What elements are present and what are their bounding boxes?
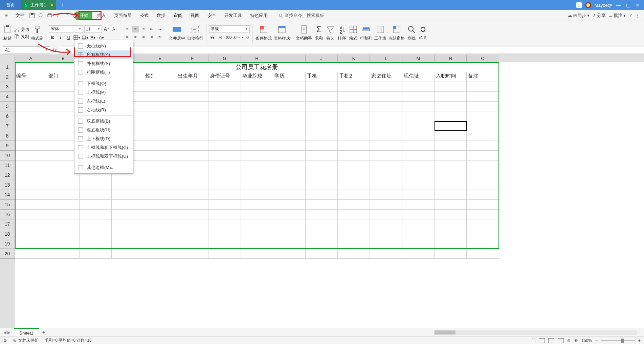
cell[interactable] bbox=[112, 180, 144, 190]
cell[interactable] bbox=[208, 239, 241, 249]
undo-icon[interactable] bbox=[55, 12, 62, 19]
cell[interactable] bbox=[241, 170, 273, 180]
cell[interactable] bbox=[241, 190, 273, 200]
new-tab-button[interactable]: + bbox=[56, 2, 69, 9]
cell[interactable] bbox=[241, 141, 273, 151]
cell[interactable] bbox=[402, 210, 435, 219]
cell[interactable] bbox=[370, 160, 402, 170]
header-cell[interactable]: 手机2 bbox=[338, 72, 370, 82]
row-header-5[interactable]: 5 bbox=[0, 102, 15, 111]
cell[interactable] bbox=[338, 190, 370, 200]
italic-button[interactable]: I bbox=[57, 34, 64, 41]
cell[interactable] bbox=[467, 249, 499, 259]
cell[interactable] bbox=[338, 131, 370, 141]
cell[interactable] bbox=[338, 180, 370, 190]
cell[interactable] bbox=[176, 141, 208, 151]
horizontal-scrollbar[interactable] bbox=[434, 330, 637, 335]
orientation-icon[interactable]: ⟲ bbox=[156, 34, 163, 41]
cell[interactable] bbox=[435, 210, 467, 219]
cell[interactable] bbox=[15, 219, 47, 229]
cell[interactable] bbox=[435, 82, 467, 92]
cell[interactable] bbox=[112, 190, 144, 200]
header-cell[interactable]: 性别 bbox=[144, 72, 176, 82]
cell[interactable] bbox=[306, 180, 338, 190]
col-header-G[interactable]: G bbox=[208, 55, 241, 62]
home-tab[interactable]: 首页 bbox=[0, 0, 21, 10]
cell[interactable] bbox=[208, 92, 241, 102]
cell[interactable] bbox=[370, 151, 402, 160]
row-header-10[interactable]: 10 bbox=[0, 151, 15, 160]
cell[interactable] bbox=[144, 151, 176, 160]
cell[interactable] bbox=[176, 239, 208, 249]
cell[interactable] bbox=[47, 200, 79, 210]
indent-inc-icon[interactable]: ⇥ bbox=[156, 26, 163, 33]
cell[interactable] bbox=[306, 210, 338, 219]
border-menu-item[interactable]: 上框线和双下框线(U) bbox=[74, 152, 133, 161]
cell[interactable] bbox=[402, 102, 435, 111]
dec-decimal-icon[interactable]: ←.0 bbox=[242, 34, 248, 41]
percent-icon[interactable]: % bbox=[217, 34, 224, 41]
border-menu-item[interactable]: 粗匣框线(T) bbox=[74, 68, 133, 77]
cell[interactable] bbox=[338, 102, 370, 111]
cell[interactable] bbox=[208, 151, 241, 160]
cell[interactable] bbox=[15, 190, 47, 200]
cell[interactable] bbox=[208, 102, 241, 111]
zoom-in-button[interactable]: + bbox=[638, 338, 641, 343]
cell[interactable] bbox=[15, 170, 47, 180]
cell[interactable] bbox=[370, 190, 402, 200]
cell[interactable] bbox=[15, 141, 47, 151]
cell[interactable] bbox=[241, 239, 273, 249]
cell[interactable] bbox=[338, 229, 370, 239]
symbol-button[interactable]: Ω符号 bbox=[418, 25, 428, 41]
cell[interactable] bbox=[144, 219, 176, 229]
cell[interactable] bbox=[435, 111, 467, 121]
cell[interactable] bbox=[15, 102, 47, 111]
header-cell[interactable]: 出生年月 bbox=[176, 72, 208, 82]
cell[interactable] bbox=[370, 111, 402, 121]
zoom-level[interactable]: 150% bbox=[581, 338, 592, 343]
cell[interactable] bbox=[80, 249, 112, 259]
col-header-F[interactable]: F bbox=[176, 55, 208, 62]
col-header-N[interactable]: N bbox=[435, 55, 467, 62]
cell[interactable] bbox=[208, 229, 241, 239]
cell[interactable] bbox=[241, 249, 273, 259]
name-box[interactable]: A1▼ bbox=[3, 46, 50, 54]
tab-security[interactable]: 安全 bbox=[203, 10, 220, 21]
cell[interactable] bbox=[338, 151, 370, 160]
cell[interactable] bbox=[402, 239, 435, 249]
eye-icon[interactable]: 👁 bbox=[574, 338, 578, 343]
border-menu-item[interactable]: 双底框线(B) bbox=[74, 117, 133, 126]
cell[interactable] bbox=[208, 160, 241, 170]
align-bot-icon[interactable]: ≡ bbox=[140, 26, 147, 33]
cell[interactable] bbox=[241, 121, 273, 131]
cell[interactable] bbox=[467, 170, 499, 180]
cell[interactable] bbox=[402, 92, 435, 102]
cell[interactable] bbox=[435, 102, 467, 111]
sort-button[interactable]: AZ排序 bbox=[337, 25, 347, 41]
cell[interactable] bbox=[208, 121, 241, 131]
cell[interactable] bbox=[15, 121, 47, 131]
cell[interactable] bbox=[176, 200, 208, 210]
cell[interactable] bbox=[80, 210, 112, 219]
border-menu-item[interactable]: 上下框线(D) bbox=[74, 134, 133, 143]
border-menu-item[interactable]: 上框线和粗下框线(C) bbox=[74, 143, 133, 152]
row-header-18[interactable]: 18 bbox=[0, 229, 15, 239]
cell[interactable] bbox=[241, 102, 273, 111]
cell[interactable] bbox=[402, 170, 435, 180]
cell[interactable] bbox=[273, 180, 305, 190]
row-header-3[interactable]: 3 bbox=[0, 82, 15, 92]
cell[interactable] bbox=[208, 111, 241, 121]
cell[interactable] bbox=[467, 229, 499, 239]
cell[interactable] bbox=[467, 82, 499, 92]
cell[interactable] bbox=[273, 92, 305, 102]
zoom-out-button[interactable]: − bbox=[595, 338, 598, 343]
border-menu-item[interactable]: 上框线(P) bbox=[74, 88, 133, 97]
tab-start[interactable]: 开始 bbox=[75, 12, 92, 20]
row-col-button[interactable]: 行和列 bbox=[360, 25, 372, 41]
tab-view[interactable]: 视图 bbox=[186, 10, 203, 21]
cell[interactable] bbox=[370, 131, 402, 141]
cell[interactable] bbox=[273, 160, 305, 170]
cell[interactable] bbox=[370, 121, 402, 131]
row-header-19[interactable]: 19 bbox=[0, 239, 15, 249]
cell[interactable] bbox=[15, 131, 47, 141]
